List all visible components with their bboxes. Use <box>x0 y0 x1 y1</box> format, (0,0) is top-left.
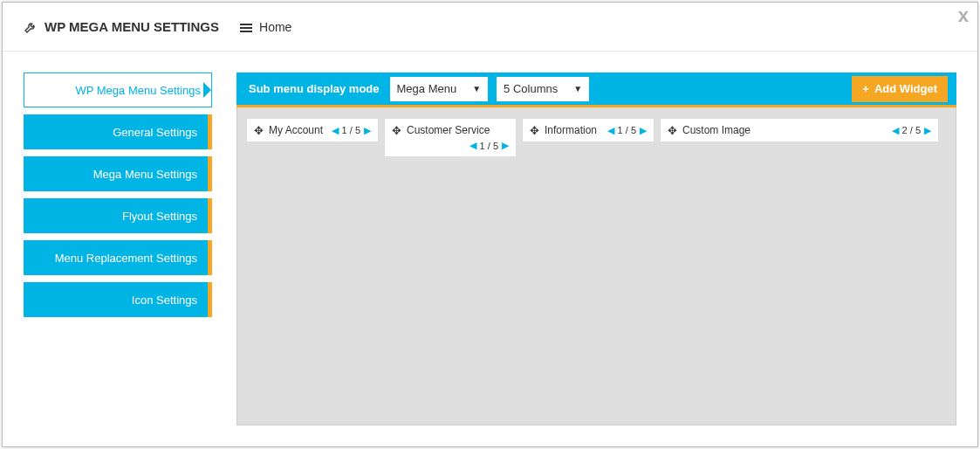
breadcrumb-home-label: Home <box>259 20 291 34</box>
widget-pager: ◀ 1 / 5 ▶ <box>469 140 509 151</box>
widget-pager: ◀ 1 / 5 ▶ <box>607 125 647 136</box>
pager-value: 2 / 5 <box>902 125 921 135</box>
sidebar-tab-flyout-settings[interactable]: Flyout Settings <box>24 198 212 233</box>
plus-icon: + <box>862 82 869 95</box>
widget-label: Customer Service <box>407 124 490 136</box>
sidebar: WP Mega Menu Settings General Settings M… <box>24 73 212 425</box>
menu-icon <box>240 22 252 32</box>
widget-pager: ◀ 1 / 5 ▶ <box>332 125 371 136</box>
pager-prev-icon[interactable]: ◀ <box>607 125 614 136</box>
sidebar-tab-icon-settings[interactable]: Icon Settings <box>24 282 212 317</box>
caret-down-icon: ▼ <box>573 84 582 93</box>
wrench-icon <box>24 20 38 34</box>
pager-prev-icon[interactable]: ◀ <box>332 125 339 136</box>
pager-next-icon[interactable]: ▶ <box>502 140 509 151</box>
close-button[interactable]: x <box>958 4 969 27</box>
widget-my-account[interactable]: ✥ My Account ◀ 1 / 5 ▶ <box>246 118 379 142</box>
sidebar-tab-label: Flyout Settings <box>122 210 197 223</box>
pager-value: 1 / 5 <box>618 125 636 135</box>
columns-select[interactable]: 5 Columns ▼ <box>497 77 589 101</box>
widget-information[interactable]: ✥ Information ◀ 1 / 5 ▶ <box>522 118 654 142</box>
widget-label: Custom Image <box>682 124 750 136</box>
move-icon[interactable]: ✥ <box>668 125 677 136</box>
select-value: 5 Columns <box>504 82 558 95</box>
move-icon[interactable]: ✥ <box>392 125 401 136</box>
pager-prev-icon[interactable]: ◀ <box>892 125 899 136</box>
add-widget-button[interactable]: + Add Widget <box>852 76 948 102</box>
widget-pager: ◀ 2 / 5 ▶ <box>892 125 931 136</box>
sidebar-tab-label: General Settings <box>113 126 197 139</box>
sidebar-tab-label: Icon Settings <box>132 294 197 307</box>
pager-value: 1 / 5 <box>342 125 360 135</box>
add-widget-label: Add Widget <box>874 82 937 95</box>
widget-canvas: ✥ My Account ◀ 1 / 5 ▶ ✥ Customer Servic… <box>236 107 956 425</box>
sidebar-tab-general-settings[interactable]: General Settings <box>24 114 212 149</box>
sidebar-tab-menu-replacement-settings[interactable]: Menu Replacement Settings <box>24 240 212 275</box>
widget-customer-service[interactable]: ✥ Customer Service ◀ 1 / 5 ▶ <box>384 118 517 157</box>
display-mode-label: Sub menu display mode <box>245 82 380 95</box>
move-icon[interactable]: ✥ <box>530 125 539 136</box>
widget-label: My Account <box>269 124 323 136</box>
sidebar-tab-label: WP Mega Menu Settings <box>75 84 201 97</box>
move-icon[interactable]: ✥ <box>254 125 264 136</box>
pager-next-icon[interactable]: ▶ <box>364 125 371 136</box>
caret-down-icon: ▼ <box>472 84 481 93</box>
sidebar-tab-mega-menu-settings[interactable]: Mega Menu Settings <box>24 156 212 191</box>
topbar: Sub menu display mode Mega Menu ▼ 5 Colu… <box>236 73 956 107</box>
page-title: WP MEGA MENU SETTINGS <box>45 19 219 34</box>
widget-custom-image[interactable]: ✥ Custom Image ◀ 2 / 5 ▶ <box>660 118 939 142</box>
main-panel: Sub menu display mode Mega Menu ▼ 5 Colu… <box>236 73 956 425</box>
breadcrumb-home[interactable]: Home <box>240 20 291 34</box>
display-mode-select[interactable]: Mega Menu ▼ <box>390 77 489 101</box>
header: WP MEGA MENU SETTINGS Home <box>3 3 977 52</box>
widget-label: Information <box>545 124 597 136</box>
pager-next-icon[interactable]: ▶ <box>924 125 931 136</box>
pager-next-icon[interactable]: ▶ <box>640 125 647 136</box>
pager-prev-icon[interactable]: ◀ <box>469 140 476 151</box>
pager-value: 1 / 5 <box>480 141 498 151</box>
sidebar-tab-label: Mega Menu Settings <box>93 168 197 181</box>
select-value: Mega Menu <box>397 82 457 95</box>
sidebar-tab-label: Menu Replacement Settings <box>55 252 197 265</box>
sidebar-tab-wp-mega-menu-settings[interactable]: WP Mega Menu Settings <box>24 73 212 107</box>
